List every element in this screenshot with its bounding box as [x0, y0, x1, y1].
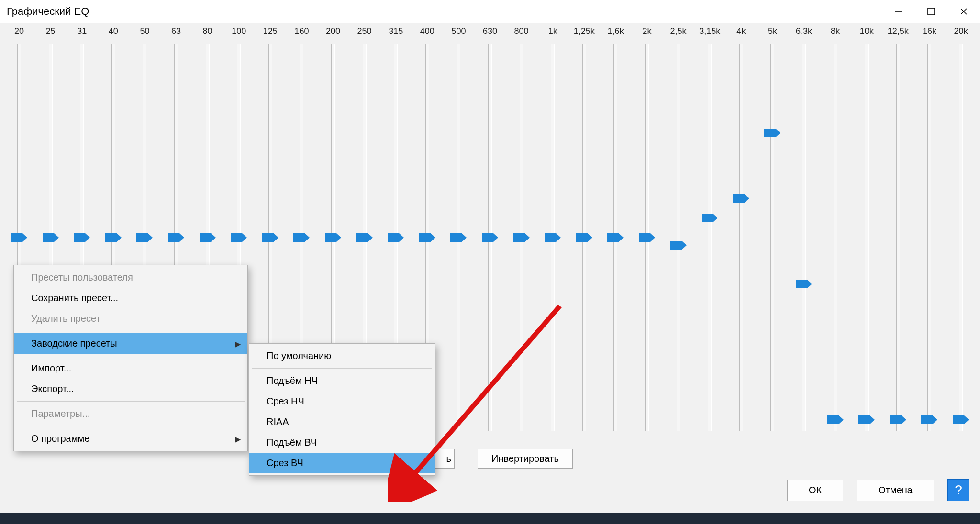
freq-label: 4k: [736, 26, 746, 36]
freq-label: 12,5k: [888, 26, 909, 36]
eq-slider-thumb[interactable]: [702, 214, 718, 222]
dialog-buttons: ОК Отмена ?: [787, 479, 969, 501]
eq-slider-track[interactable]: [770, 44, 774, 431]
freq-label: 16k: [923, 26, 936, 36]
eq-slider-thumb[interactable]: [74, 233, 90, 242]
menu-separator: [252, 368, 432, 369]
eq-slider-thumb[interactable]: [293, 233, 310, 242]
eq-slider-thumb[interactable]: [136, 233, 153, 242]
freq-label: 250: [357, 26, 372, 36]
eq-slider-track[interactable]: [708, 44, 712, 431]
freq-label: 400: [420, 26, 434, 36]
menu-import[interactable]: Импорт...: [14, 358, 247, 379]
eq-slider-thumb[interactable]: [200, 233, 216, 242]
context-menu-main: Пресеты пользователя Сохранить пресет...…: [13, 265, 248, 451]
menu-save-preset[interactable]: Сохранить пресет...: [14, 288, 247, 308]
freq-label: 500: [451, 26, 466, 36]
menu-separator: [17, 401, 245, 402]
eq-slider-thumb[interactable]: [262, 233, 278, 242]
menu-separator: [17, 331, 245, 331]
eq-slider-thumb[interactable]: [325, 233, 341, 242]
menu-export[interactable]: Экспорт...: [14, 379, 247, 399]
eq-slider-thumb[interactable]: [607, 233, 624, 242]
eq-slider-track[interactable]: [802, 44, 806, 431]
eq-slider-track[interactable]: [677, 44, 680, 431]
freq-label: 20: [14, 26, 24, 36]
eq-slider-thumb[interactable]: [858, 415, 875, 424]
eq-slider-track[interactable]: [896, 44, 900, 431]
hidden-button-fragment[interactable]: ь: [434, 449, 455, 469]
eq-slider-track[interactable]: [739, 44, 743, 431]
chevron-right-icon: ▶: [235, 339, 241, 348]
submenu-treble-cut[interactable]: Срез ВЧ: [249, 453, 435, 473]
freq-label: 2k: [642, 26, 651, 36]
eq-slider-thumb[interactable]: [545, 233, 561, 242]
submenu-bass-cut[interactable]: Срез НЧ: [249, 391, 435, 412]
eq-slider-thumb[interactable]: [953, 415, 969, 424]
eq-slider-thumb[interactable]: [43, 233, 59, 242]
titlebar: Графический EQ: [0, 0, 980, 23]
menu-user-presets-header: Пресеты пользователя: [14, 267, 247, 288]
eq-slider-track[interactable]: [834, 44, 837, 431]
submenu-default[interactable]: По умолчанию: [249, 346, 435, 366]
taskbar-strip: [0, 513, 980, 524]
freq-label: 31: [77, 26, 87, 36]
freq-label: 40: [109, 26, 118, 36]
window-controls: [882, 0, 980, 23]
eq-slider-track[interactable]: [959, 44, 963, 431]
freq-label: 1k: [548, 26, 557, 36]
freq-label: 800: [514, 26, 529, 36]
freq-label: 100: [232, 26, 246, 36]
eq-slider-track[interactable]: [927, 44, 931, 431]
freq-label: 50: [140, 26, 149, 36]
freq-label: 630: [483, 26, 497, 36]
eq-slider-thumb[interactable]: [388, 233, 404, 242]
freq-label: 200: [326, 26, 340, 36]
eq-slider-thumb[interactable]: [450, 233, 467, 242]
menu-factory-presets[interactable]: Заводские пресеты ▶: [14, 333, 247, 354]
freq-label: 6,3k: [796, 26, 812, 36]
submenu-bass-boost[interactable]: Подъём НЧ: [249, 371, 435, 391]
eq-slider-thumb[interactable]: [764, 129, 780, 137]
freq-label: 8k: [831, 26, 840, 36]
submenu-treble-boost[interactable]: Подъём ВЧ: [249, 432, 435, 453]
menu-factory-presets-label: Заводские пресеты: [31, 338, 117, 349]
eq-slider-thumb[interactable]: [576, 233, 592, 242]
invert-button[interactable]: Инвертировать: [478, 449, 573, 469]
eq-slider-thumb[interactable]: [827, 415, 844, 424]
freq-label: 3,15k: [699, 26, 720, 36]
freq-label: 125: [263, 26, 278, 36]
menu-delete-preset: Удалить пресет: [14, 308, 247, 329]
eq-slider-thumb[interactable]: [168, 233, 184, 242]
eq-slider-thumb[interactable]: [482, 233, 498, 242]
eq-slider-thumb[interactable]: [921, 415, 937, 424]
eq-slider-thumb[interactable]: [231, 233, 247, 242]
eq-slider-thumb[interactable]: [639, 233, 655, 242]
eq-slider-thumb[interactable]: [356, 233, 373, 242]
menu-about[interactable]: О программе ▶: [14, 428, 247, 449]
minimize-button[interactable]: [882, 0, 915, 23]
eq-slider-thumb[interactable]: [11, 233, 27, 242]
eq-slider-thumb[interactable]: [796, 280, 812, 288]
menu-about-label: О программе: [31, 433, 89, 444]
freq-label: 1,25k: [574, 26, 595, 36]
freq-label: 160: [294, 26, 309, 36]
freq-label: 10k: [860, 26, 874, 36]
svg-rect-1: [928, 8, 935, 15]
help-button[interactable]: ?: [947, 479, 969, 501]
freq-label: 5k: [768, 26, 777, 36]
eq-slider-thumb[interactable]: [670, 241, 687, 250]
cancel-button[interactable]: Отмена: [857, 480, 934, 501]
context-menu-factory: По умолчанию Подъём НЧ Срез НЧ RIAA Подъ…: [249, 343, 435, 476]
eq-slider-thumb[interactable]: [513, 233, 530, 242]
close-button[interactable]: [947, 0, 980, 23]
eq-slider-thumb[interactable]: [890, 415, 906, 424]
menu-separator: [17, 356, 245, 356]
eq-slider-thumb[interactable]: [105, 233, 122, 242]
submenu-riaa[interactable]: RIAA: [249, 412, 435, 432]
eq-slider-track[interactable]: [865, 44, 869, 431]
maximize-button[interactable]: [915, 0, 947, 23]
ok-button[interactable]: ОК: [787, 480, 843, 501]
eq-slider-thumb[interactable]: [733, 194, 749, 203]
eq-slider-thumb[interactable]: [419, 233, 435, 242]
